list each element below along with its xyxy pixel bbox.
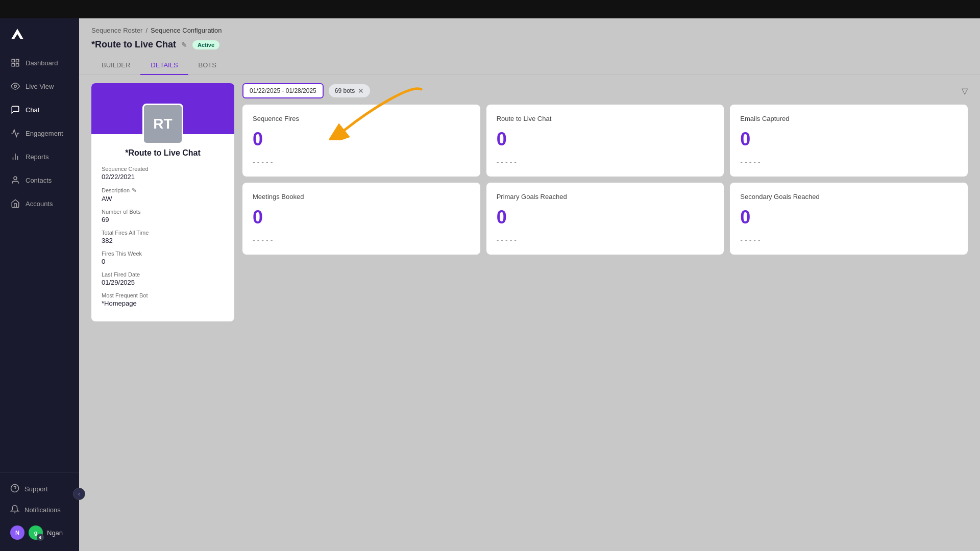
stat-title: Meetings Booked	[253, 193, 470, 201]
stat-card-emails-captured: Emails Captured 0 -----	[730, 105, 968, 177]
sidebar-item-dashboard[interactable]: Dashboard	[0, 51, 79, 74]
svg-point-4	[14, 85, 17, 88]
sidebar-item-label: Contacts	[26, 177, 52, 184]
stat-value: 0	[253, 207, 470, 228]
sidebar-bottom-label: Support	[24, 485, 48, 493]
info-value: 02/22/2021	[102, 173, 224, 181]
info-label: Fires This Week	[102, 251, 224, 257]
filter-icon[interactable]: ▽	[962, 86, 968, 96]
avatar-badge: 6	[37, 534, 44, 541]
stat-card-sequence-fires: Sequence Fires 0 -----	[242, 105, 480, 177]
stat-card-secondary-goals: Secondary Goals Reached 0 -----	[730, 183, 968, 255]
bots-filter-close[interactable]: ✕	[358, 87, 364, 95]
bar-chart-icon	[10, 152, 20, 162]
user-name: Ngan	[47, 529, 63, 537]
info-label: Most Frequent Bot	[102, 292, 224, 298]
tab-bots[interactable]: BOTS	[188, 56, 227, 75]
stat-trend: -----	[497, 158, 714, 166]
stat-title: Emails Captured	[740, 115, 958, 122]
main-content: Sequence Roster / Sequence Configuration…	[79, 18, 980, 551]
stat-title: Sequence Fires	[253, 115, 470, 122]
svg-rect-0	[12, 59, 14, 62]
stat-card-route-live-chat: Route to Live Chat 0 -----	[486, 105, 724, 177]
stat-trend: -----	[497, 236, 714, 244]
sidebar-item-label: Chat	[26, 106, 39, 114]
bots-filter[interactable]: 69 bots ✕	[329, 84, 370, 97]
breadcrumb-separator: /	[145, 27, 148, 34]
sidebar-item-label: Accounts	[26, 200, 53, 208]
sidebar-item-label: Dashboard	[26, 59, 58, 67]
stat-title: Route to Live Chat	[497, 115, 714, 122]
sequence-avatar: RT	[142, 104, 183, 144]
sequence-name: *Route to Live Chat	[100, 148, 226, 158]
svg-rect-3	[16, 64, 19, 66]
description-edit-icon[interactable]: ✎	[132, 187, 137, 194]
stat-trend: -----	[740, 236, 958, 244]
stat-trend: -----	[740, 158, 958, 166]
info-row-frequent-bot: Most Frequent Bot *Homepage	[102, 292, 224, 307]
sidebar-item-accounts[interactable]: Accounts	[0, 192, 79, 215]
sidebar-item-engagement[interactable]: Engagement	[0, 121, 79, 145]
sidebar-item-label: Engagement	[26, 130, 63, 137]
status-badge: Active	[192, 40, 219, 49]
stat-value: 0	[253, 129, 470, 150]
svg-rect-2	[12, 64, 14, 66]
date-filter[interactable]: 01/22/2025 - 01/28/2025	[242, 83, 324, 98]
user-area[interactable]: N g 6 Ngan	[0, 520, 79, 545]
sidebar-item-live-view[interactable]: Live View	[0, 74, 79, 98]
stat-card-primary-goals: Primary Goals Reached 0 -----	[486, 183, 724, 255]
info-label: Number of Bots	[102, 209, 224, 215]
info-value: *Homepage	[102, 299, 224, 307]
sidebar-item-support[interactable]: Support	[0, 479, 79, 499]
info-label: Description ✎	[102, 187, 224, 194]
stat-card-meetings-booked: Meetings Booked 0 -----	[242, 183, 480, 255]
sequence-card: RT *Route to Live Chat Sequence Created …	[91, 83, 234, 321]
top-bar	[0, 0, 980, 18]
avatar-g: g 6	[29, 525, 43, 540]
sidebar: Dashboard Live View Chat Engagement	[0, 18, 79, 551]
stat-value: 0	[497, 129, 714, 150]
grid-icon	[10, 58, 20, 68]
info-value: 69	[102, 216, 224, 223]
avatar-n: N	[10, 525, 24, 540]
breadcrumb: Sequence Roster / Sequence Configuration	[79, 18, 980, 37]
breadcrumb-current: Sequence Configuration	[151, 27, 222, 34]
sidebar-item-contacts[interactable]: Contacts	[0, 168, 79, 192]
page-header: *Route to Live Chat ✎ Active	[79, 37, 980, 56]
info-label: Last Fired Date	[102, 271, 224, 278]
stat-trend: -----	[253, 236, 470, 244]
sidebar-item-chat[interactable]: Chat	[0, 98, 79, 121]
sidebar-item-notifications[interactable]: Notifications	[0, 499, 79, 520]
logo[interactable]	[0, 18, 79, 49]
right-panel: 01/22/2025 - 01/28/2025 69 bots ✕ ▽ Sequ…	[242, 83, 968, 543]
stat-value: 0	[497, 207, 714, 228]
sidebar-item-reports[interactable]: Reports	[0, 145, 79, 168]
svg-rect-1	[16, 59, 19, 62]
stat-title: Secondary Goals Reached	[740, 193, 958, 201]
info-row-fires-week: Fires This Week 0	[102, 251, 224, 265]
content-area: RT *Route to Live Chat Sequence Created …	[79, 75, 980, 551]
sidebar-item-label: Live View	[26, 83, 54, 90]
bell-icon	[10, 505, 19, 515]
chat-icon	[10, 105, 20, 115]
sequence-card-header: RT	[91, 83, 234, 134]
info-row-total-fires: Total Fires All Time 382	[102, 230, 224, 244]
building-icon	[10, 198, 20, 209]
tab-details[interactable]: DETAILS	[140, 56, 188, 75]
info-value: 0	[102, 258, 224, 265]
edit-icon[interactable]: ✎	[181, 41, 187, 49]
eye-icon	[10, 81, 20, 91]
left-panel: RT *Route to Live Chat Sequence Created …	[91, 83, 234, 543]
bots-filter-label: 69 bots	[335, 87, 355, 94]
breadcrumb-parent[interactable]: Sequence Roster	[91, 27, 142, 34]
sidebar-bottom: Support Notifications N g 6 Ngan	[0, 472, 79, 551]
sequence-info: Sequence Created 02/22/2021 Description …	[100, 166, 226, 307]
sidebar-nav: Dashboard Live View Chat Engagement	[0, 49, 79, 472]
help-icon	[10, 484, 19, 494]
page-title: *Route to Live Chat	[91, 39, 176, 50]
stat-trend: -----	[253, 158, 470, 166]
tab-builder[interactable]: BUILDER	[91, 56, 140, 75]
stat-value: 0	[740, 207, 958, 228]
info-value: 382	[102, 237, 224, 244]
info-row-last-fired: Last Fired Date 01/29/2025	[102, 271, 224, 286]
